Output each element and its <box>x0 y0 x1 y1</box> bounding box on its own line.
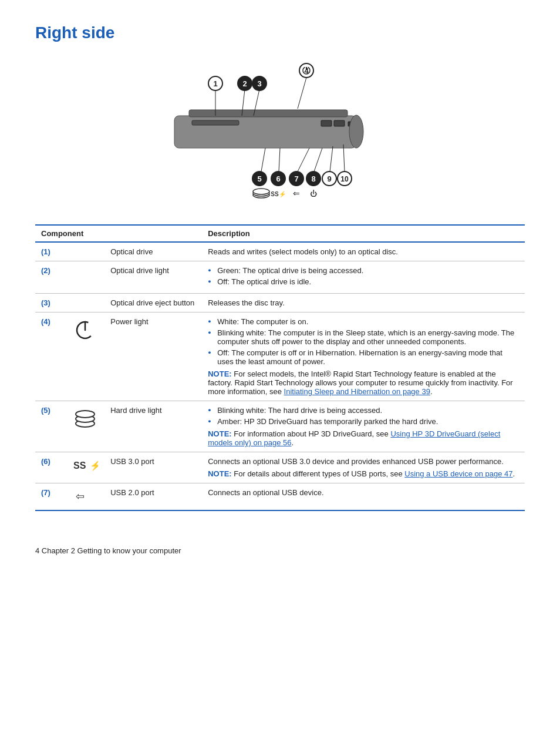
note-label: NOTE: <box>208 469 234 478</box>
bullet-item: Off: The computer is off or in Hibernati… <box>208 348 519 366</box>
note-block: NOTE: For information about HP 3D DriveG… <box>208 429 519 447</box>
note-link[interactable]: Initiating Sleep and Hibernation on page… <box>284 387 430 396</box>
row-icon <box>66 261 104 294</box>
row-description: Connects an optional USB 3.0 device and … <box>202 452 525 483</box>
row-description: Releases the disc tray. <box>202 294 525 312</box>
row-component: Power light <box>104 312 202 401</box>
svg-text:7: 7 <box>294 174 298 183</box>
note-block: NOTE: For select models, the Intel® Rapi… <box>208 369 519 396</box>
svg-point-6 <box>349 115 363 148</box>
svg-text:6: 6 <box>276 174 280 183</box>
svg-text:2: 2 <box>242 79 247 88</box>
bullet-item: Blinking white: The hard drive is being … <box>208 406 519 415</box>
svg-text:SS: SS <box>73 461 86 471</box>
col-header-description: Description <box>202 225 525 242</box>
svg-line-27 <box>298 148 309 172</box>
svg-point-41 <box>253 189 269 194</box>
row-component: USB 3.0 port <box>104 452 202 483</box>
row-description: Blinking white: The hard drive is being … <box>202 401 525 452</box>
svg-text:SS⚡: SS⚡ <box>271 190 286 198</box>
footer-text: 4 Chapter 2 Getting to know your compute… <box>35 546 525 555</box>
row-icon <box>66 294 104 312</box>
row-component: Optical drive eject button <box>104 294 202 312</box>
row-number: (4) <box>35 312 66 401</box>
row-description: Green: The optical drive is being access… <box>202 261 525 294</box>
svg-rect-4 <box>334 120 345 126</box>
row-number: (5) <box>35 401 66 452</box>
svg-line-30 <box>314 148 322 172</box>
svg-line-33 <box>330 146 333 172</box>
bullet-item: White: The computer is on. <box>208 317 519 326</box>
row-icon <box>66 242 104 261</box>
bullet-item: Blinking white: The computer is in the S… <box>208 328 519 346</box>
svg-text:9: 9 <box>327 174 331 183</box>
table-row: (6) SS ⚡ USB 3.0 portConnects an optiona… <box>35 452 525 483</box>
svg-rect-2 <box>192 120 239 125</box>
row-description: White: The computer is on.Blinking white… <box>202 312 525 401</box>
table-row: (2)Optical drive lightGreen: The optical… <box>35 261 525 294</box>
table-row: (5) Hard drive lightBlinking white: The … <box>35 401 525 452</box>
row-number: (3) <box>35 294 66 312</box>
note-link[interactable]: Using a USB device on page 47 <box>404 469 512 478</box>
components-table: Component Description (1)Optical driveRe… <box>35 224 525 511</box>
note-label: NOTE: <box>208 369 234 378</box>
svg-line-16 <box>298 78 306 109</box>
svg-rect-1 <box>189 110 348 117</box>
bullet-item: Amber: HP 3D DriveGuard has temporarily … <box>208 417 519 426</box>
bullet-item: Off: The optical drive is idle. <box>208 277 519 286</box>
row-component: Optical drive light <box>104 261 202 294</box>
row-number: (7) <box>35 483 66 511</box>
svg-text:3: 3 <box>257 79 261 88</box>
table-row: (3)Optical drive eject buttonReleases th… <box>35 294 525 312</box>
svg-text:8: 8 <box>311 174 315 183</box>
svg-text:⇦: ⇦ <box>76 490 85 502</box>
row-description: Reads and writes (select models only) to… <box>202 242 525 261</box>
row-icon <box>66 312 104 401</box>
svg-text:⚡: ⚡ <box>90 460 98 471</box>
table-row: (7) ⇦ USB 2.0 portConnects an optional U… <box>35 483 525 511</box>
svg-text:1: 1 <box>213 79 217 88</box>
svg-line-21 <box>261 148 265 172</box>
row-icon <box>66 401 104 452</box>
diagram: 1 2 3 4 5 6 7 8 9 <box>35 54 525 207</box>
note-block: NOTE: For details about different types … <box>208 469 519 478</box>
row-description: Connects an optional USB device. <box>202 483 525 511</box>
row-component: Optical drive <box>104 242 202 261</box>
row-number: (1) <box>35 242 66 261</box>
row-component: Hard drive light <box>104 401 202 452</box>
svg-line-24 <box>279 148 280 172</box>
svg-text:⇐: ⇐ <box>293 189 300 198</box>
col-header-component-name <box>104 225 202 242</box>
row-icon: ⇦ <box>66 483 104 511</box>
row-icon: SS ⚡ <box>66 452 104 483</box>
row-number: (6) <box>35 452 66 483</box>
col-header-component: Component <box>35 225 104 242</box>
bullet-item: Green: The optical drive is being access… <box>208 266 519 275</box>
svg-point-49 <box>76 411 95 418</box>
page-title: Right side <box>35 23 525 42</box>
note-label: NOTE: <box>208 429 234 438</box>
description-text: Connects an optional USB 3.0 device and … <box>208 457 519 466</box>
row-component: USB 2.0 port <box>104 483 202 511</box>
svg-text:5: 5 <box>257 174 261 183</box>
table-row: (4) Power lightWhite: The computer is on… <box>35 312 525 401</box>
table-row: (1)Optical driveReads and writes (select… <box>35 242 525 261</box>
svg-line-36 <box>343 145 345 172</box>
svg-text:10: 10 <box>340 175 349 183</box>
svg-text:⏻: ⏻ <box>310 190 317 198</box>
note-link[interactable]: Using HP 3D DriveGuard (select models on… <box>208 429 500 447</box>
row-number: (2) <box>35 261 66 294</box>
svg-rect-3 <box>321 120 332 126</box>
